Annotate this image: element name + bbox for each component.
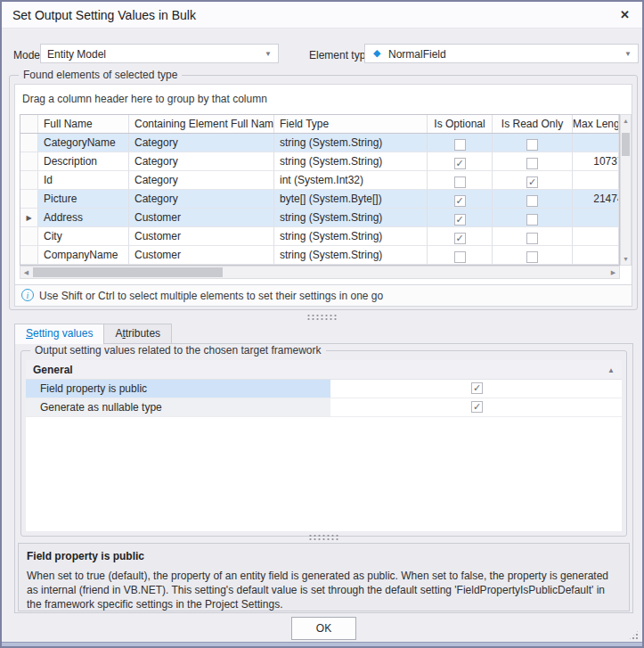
setting-description-panel: Field property is public When set to tru… bbox=[18, 543, 630, 611]
collapse-icon[interactable]: ▲ bbox=[607, 366, 615, 374]
table-row[interactable]: CompanyNameCustomerstring (System.String… bbox=[20, 246, 619, 265]
is-read-only-checkbox[interactable]: ✓ bbox=[526, 176, 538, 188]
table-row[interactable]: CityCustomerstring (System.String)✓ bbox=[20, 227, 619, 246]
element-type-label: Element type bbox=[309, 49, 371, 62]
is-read-only-checkbox[interactable] bbox=[526, 139, 538, 151]
is-read-only-checkbox[interactable] bbox=[526, 195, 538, 207]
cell-max-length bbox=[573, 134, 619, 152]
setting-values-tab-page: Output setting values related to the cho… bbox=[14, 343, 633, 613]
cell-full-name: Address bbox=[38, 209, 129, 226]
table-row[interactable]: DescriptionCategorystring (System.String… bbox=[20, 152, 619, 171]
is-read-only-checkbox[interactable] bbox=[526, 233, 538, 244]
scroll-up-icon[interactable]: ▲ bbox=[621, 115, 631, 127]
column-header[interactable]: Containing Element Full Name bbox=[129, 115, 274, 133]
setting-description-title: Field property is public bbox=[27, 550, 620, 562]
table-row[interactable]: IdCategoryint (System.Int32)✓ bbox=[20, 171, 619, 190]
is-optional-checkbox[interactable] bbox=[454, 139, 466, 151]
cell-is-optional: ✓ bbox=[428, 190, 493, 208]
column-header[interactable]: Is Optional bbox=[428, 115, 493, 133]
cell-is-read-only bbox=[493, 190, 573, 208]
table-row[interactable]: PictureCategorybyte[] (System.Byte[])✓21… bbox=[20, 190, 619, 209]
row-indicator-header bbox=[20, 115, 38, 133]
row-indicator-cell: ▶ bbox=[20, 209, 38, 226]
column-header[interactable]: Full Name bbox=[38, 115, 129, 133]
group-by-drag-area[interactable]: Drag a column header here to group by th… bbox=[15, 85, 632, 114]
cell-field-type: string (System.String) bbox=[274, 134, 428, 152]
tab-attributes[interactable]: Attributes bbox=[103, 324, 172, 343]
property-row[interactable]: Field property is public✓ bbox=[26, 380, 622, 398]
column-header[interactable]: Max Length bbox=[573, 115, 619, 133]
horizontal-scrollbar-thumb[interactable] bbox=[33, 267, 223, 277]
property-label: Field property is public bbox=[26, 380, 332, 398]
property-label: Generate as nullable type bbox=[26, 398, 332, 416]
element-type-dropdown[interactable]: ◆ NormalField ▼ bbox=[364, 44, 639, 63]
hint-text: Use Shift or Ctrl to select multiple ele… bbox=[39, 290, 383, 302]
cell-is-optional: ✓ bbox=[428, 227, 493, 245]
splitter-grip-icon bbox=[308, 534, 340, 540]
elements-grid: Full NameContaining Element Full NameFie… bbox=[20, 114, 620, 266]
tab-label-suffix: tributes bbox=[126, 327, 160, 340]
cell-field-type: byte[] (System.Byte[]) bbox=[274, 190, 428, 208]
current-row-marker-icon: ▶ bbox=[26, 214, 31, 222]
property-checkbox[interactable]: ✓ bbox=[471, 401, 483, 413]
scroll-down-icon[interactable]: ▼ bbox=[621, 253, 631, 265]
cell-containing-element: Customer bbox=[129, 246, 274, 264]
cell-field-type: string (System.String) bbox=[274, 152, 428, 170]
tab-strip: Setting valuesAttributes bbox=[14, 324, 171, 344]
is-optional-checkbox[interactable]: ✓ bbox=[454, 214, 466, 226]
property-category-row[interactable]: General ▲ bbox=[26, 360, 622, 380]
property-row[interactable]: Generate as nullable type✓ bbox=[26, 398, 622, 417]
table-row[interactable]: ▶AddressCustomerstring (System.String)✓ bbox=[20, 209, 619, 227]
is-read-only-checkbox[interactable] bbox=[526, 251, 538, 263]
model-label: Model bbox=[13, 49, 43, 62]
setting-description-text: When set to true (default), the property… bbox=[27, 569, 620, 611]
is-optional-checkbox[interactable] bbox=[454, 251, 466, 263]
dialog-title: Set Output Setting Values in Bulk bbox=[12, 8, 196, 22]
is-optional-checkbox[interactable]: ✓ bbox=[454, 158, 466, 169]
cell-is-read-only: ✓ bbox=[493, 171, 573, 189]
cell-field-type: string (System.String) bbox=[274, 209, 428, 226]
horizontal-scrollbar[interactable]: ◀ ▶ bbox=[20, 266, 620, 279]
chevron-down-icon[interactable]: ▼ bbox=[624, 50, 632, 58]
column-header[interactable]: Is Read Only bbox=[493, 115, 573, 133]
chevron-down-icon[interactable]: ▼ bbox=[265, 50, 272, 58]
resize-grip-icon[interactable] bbox=[629, 630, 639, 640]
scroll-left-icon[interactable]: ◀ bbox=[20, 267, 32, 278]
elements-panel: Drag a column header here to group by th… bbox=[14, 84, 632, 307]
row-indicator-cell bbox=[20, 227, 38, 245]
dialog-bottom-edge bbox=[2, 642, 642, 646]
cell-field-type: int (System.Int32) bbox=[274, 171, 428, 189]
table-row[interactable]: CategoryNameCategorystring (System.Strin… bbox=[20, 134, 619, 152]
property-checkbox[interactable]: ✓ bbox=[471, 382, 483, 394]
ok-button[interactable]: OK bbox=[291, 617, 356, 640]
property-value-cell: ✓ bbox=[332, 398, 622, 416]
is-read-only-checkbox[interactable] bbox=[526, 158, 538, 169]
close-icon[interactable]: ✕ bbox=[617, 7, 632, 22]
is-optional-checkbox[interactable]: ✓ bbox=[454, 195, 466, 207]
column-header[interactable]: Field Type bbox=[274, 115, 428, 133]
row-indicator-cell bbox=[20, 190, 38, 208]
lower-splitter[interactable] bbox=[15, 533, 632, 540]
vertical-scrollbar[interactable]: ▲ ▼ bbox=[620, 114, 632, 266]
cell-full-name: City bbox=[38, 227, 129, 245]
hint-band: i Use Shift or Ctrl to select multiple e… bbox=[15, 284, 632, 306]
cell-is-read-only bbox=[493, 152, 573, 170]
cell-is-read-only bbox=[493, 227, 573, 245]
row-indicator-cell bbox=[20, 171, 38, 189]
row-indicator-cell bbox=[20, 134, 38, 152]
vertical-scrollbar-thumb[interactable] bbox=[622, 133, 630, 156]
is-read-only-checkbox[interactable] bbox=[526, 214, 538, 226]
cell-is-optional: ✓ bbox=[428, 152, 493, 170]
property-rows: Field property is public✓Generate as nul… bbox=[26, 380, 622, 417]
is-optional-checkbox[interactable]: ✓ bbox=[454, 233, 466, 244]
cell-full-name: Id bbox=[38, 171, 129, 189]
is-optional-checkbox[interactable] bbox=[454, 176, 466, 188]
tab-setting-values[interactable]: Setting values bbox=[14, 324, 104, 344]
model-dropdown[interactable]: Entity Model ▼ bbox=[40, 44, 279, 63]
cell-full-name: CompanyName bbox=[38, 246, 129, 264]
output-settings-group-title: Output setting values related to the cho… bbox=[30, 344, 326, 357]
scroll-right-icon[interactable]: ▶ bbox=[607, 267, 619, 278]
row-indicator-cell bbox=[20, 246, 38, 264]
cell-is-optional: ✓ bbox=[428, 209, 493, 226]
upper-splitter[interactable] bbox=[2, 313, 642, 320]
